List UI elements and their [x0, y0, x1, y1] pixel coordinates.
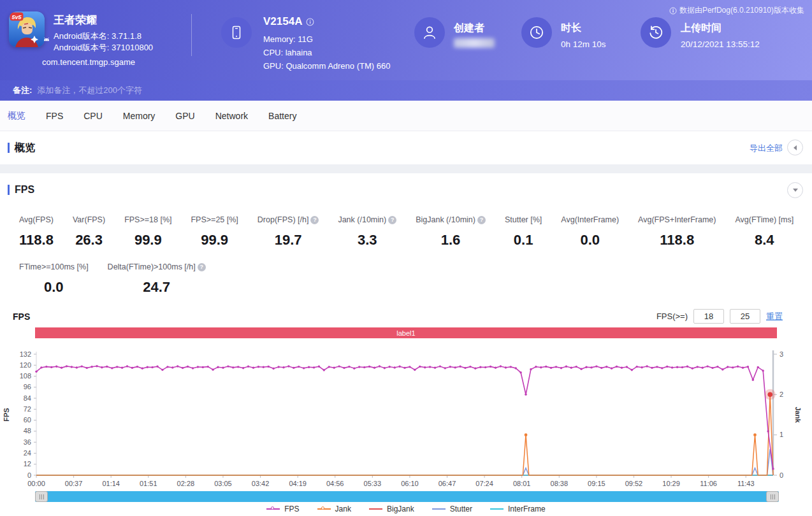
- metric-label: Jank (/10min): [338, 215, 386, 224]
- svg-text:24: 24: [24, 449, 31, 457]
- metric-bigjank-10min-: BigJank (/10min)?1.6: [416, 215, 486, 248]
- device-model: V2154A: [263, 15, 314, 28]
- duration-icon-circle: [521, 17, 552, 48]
- chevron-left-icon: [794, 145, 797, 150]
- svg-text:09:52: 09:52: [625, 480, 643, 487]
- svg-text:0: 0: [779, 471, 783, 479]
- svg-text:72: 72: [24, 405, 31, 413]
- metric-label: FPS>=18 [%]: [124, 215, 171, 224]
- metric-value: 118.8: [638, 232, 716, 248]
- app-icon: 5v5: [9, 11, 45, 47]
- metric-value: 1.6: [416, 232, 486, 248]
- section-accent-bar: [8, 143, 10, 153]
- scrollbar-left-handle[interactable]: [35, 491, 48, 502]
- tab-cpu[interactable]: CPU: [83, 111, 103, 121]
- android-version-code: Android版本号: 371010800: [54, 42, 153, 54]
- svg-text:07:24: 07:24: [475, 480, 493, 487]
- overview-section-header: 概览: [0, 131, 812, 164]
- section-accent-bar: [8, 185, 10, 195]
- remark-label: 备注:: [13, 85, 32, 96]
- legend-marker-icon: [317, 506, 331, 512]
- report-header: 5v5 王者荣耀 Android版本名: 3.71.1.8 Android版本号…: [0, 0, 812, 80]
- svg-text:03:05: 03:05: [214, 480, 232, 487]
- scrollbar-right-handle[interactable]: [766, 491, 779, 502]
- android-version-name: Android版本名: 3.71.1.8: [54, 31, 141, 42]
- device-icon-circle: [221, 17, 252, 48]
- svg-text:132: 132: [20, 350, 31, 358]
- tab-network[interactable]: Network: [215, 111, 248, 121]
- chart-label-banner: label1: [35, 327, 777, 338]
- svg-text:00:00: 00:00: [27, 480, 45, 487]
- svg-text:96: 96: [24, 383, 31, 391]
- question-icon[interactable]: ?: [388, 216, 396, 224]
- info-icon: [669, 7, 677, 15]
- fps-collapse-button[interactable]: [787, 182, 803, 198]
- svg-text:120: 120: [20, 361, 31, 369]
- svg-text:11:06: 11:06: [700, 480, 717, 487]
- chart-scrollbar[interactable]: [35, 491, 779, 502]
- tab-概览[interactable]: 概览: [8, 110, 25, 122]
- svg-text:Jank: Jank: [794, 406, 802, 423]
- legend-item-fps[interactable]: FPS: [266, 505, 299, 513]
- question-icon[interactable]: ?: [310, 216, 319, 224]
- export-all-link[interactable]: 导出全部: [750, 143, 783, 154]
- legend-item-interframe[interactable]: InterFrame: [490, 505, 546, 513]
- collected-by-info: 数据由PerfDog(6.0.210910)版本收集: [669, 5, 804, 16]
- threshold-input-2[interactable]: [730, 309, 760, 324]
- legend-marker-icon: [432, 506, 446, 512]
- creator-icon-circle: [414, 17, 445, 48]
- creator-name-redacted: [454, 38, 495, 48]
- svg-text:09:15: 09:15: [588, 480, 605, 487]
- device-cpu: CPU: lahaina: [263, 48, 312, 57]
- tab-fps[interactable]: FPS: [46, 111, 63, 121]
- grip-icon: [40, 494, 44, 499]
- metric-value: 8.4: [735, 232, 794, 248]
- svg-text:05:33: 05:33: [364, 480, 382, 487]
- svg-text:48: 48: [24, 427, 31, 434]
- metric-avg-fps-interframe-: Avg(FPS+InterFrame)118.8: [638, 215, 716, 248]
- legend-item-jank[interactable]: Jank: [317, 505, 351, 513]
- svg-text:108: 108: [20, 372, 31, 380]
- question-icon[interactable]: ?: [477, 216, 486, 224]
- chevron-down-icon: [793, 189, 798, 192]
- fps-chart-title: FPS: [13, 312, 30, 322]
- remark-input[interactable]: 备注: 添加备注，不超过200个字符: [0, 80, 812, 101]
- reset-link[interactable]: 重置: [766, 311, 783, 322]
- header-divider: [191, 14, 192, 56]
- legend-item-stutter[interactable]: Stutter: [432, 505, 472, 513]
- svg-text:5v5: 5v5: [11, 14, 22, 20]
- fps-section-header: FPS: [0, 173, 812, 206]
- tab-gpu[interactable]: GPU: [175, 111, 194, 121]
- svg-text:08:38: 08:38: [551, 480, 569, 487]
- tab-battery[interactable]: Battery: [268, 111, 296, 121]
- threshold-input-1[interactable]: [693, 309, 724, 324]
- question-icon[interactable]: ?: [198, 263, 206, 271]
- device-gpu: GPU: Qualcomm Adreno (TM) 660: [263, 61, 390, 71]
- metric-label: Drop(FPS) [/h]: [257, 215, 309, 224]
- nav-tabs: 概览FPSCPUMemoryGPUNetworkBattery: [0, 101, 812, 131]
- legend-item-bigjank[interactable]: BigJank: [369, 505, 414, 513]
- legend-label: InterFrame: [508, 505, 546, 513]
- app-name: 王者荣耀: [54, 13, 97, 27]
- svg-text:36: 36: [24, 438, 31, 446]
- metric-var-fps-: Var(FPS)26.3: [73, 215, 105, 248]
- metric-label: Stutter [%]: [505, 215, 542, 224]
- legend-marker-icon: [266, 506, 280, 512]
- metric-label: FPS>=25 [%]: [191, 215, 238, 224]
- metric-value: 0.0: [19, 279, 89, 296]
- svg-text:FPS: FPS: [3, 408, 10, 421]
- metric-value: 99.9: [191, 232, 238, 248]
- tab-memory[interactable]: Memory: [123, 111, 156, 121]
- svg-text:10:29: 10:29: [662, 480, 680, 487]
- metric-label: Avg(InterFrame): [561, 215, 619, 224]
- svg-text:04:56: 04:56: [326, 480, 344, 487]
- metric-stutter-: Stutter [%]0.1: [505, 215, 542, 248]
- metric-value: 118.8: [19, 232, 54, 248]
- svg-text:02:28: 02:28: [177, 480, 195, 487]
- legend-label: BigJank: [387, 505, 414, 513]
- threshold-label: FPS(>=): [656, 312, 688, 321]
- fps-line-chart[interactable]: 01224364860728496108120132012300:0000:37…: [0, 343, 812, 491]
- overview-collapse-button[interactable]: [787, 140, 803, 155]
- info-icon[interactable]: [306, 18, 314, 26]
- metric-ftime-100ms-: FTime>=100ms [%]0.0: [19, 262, 89, 296]
